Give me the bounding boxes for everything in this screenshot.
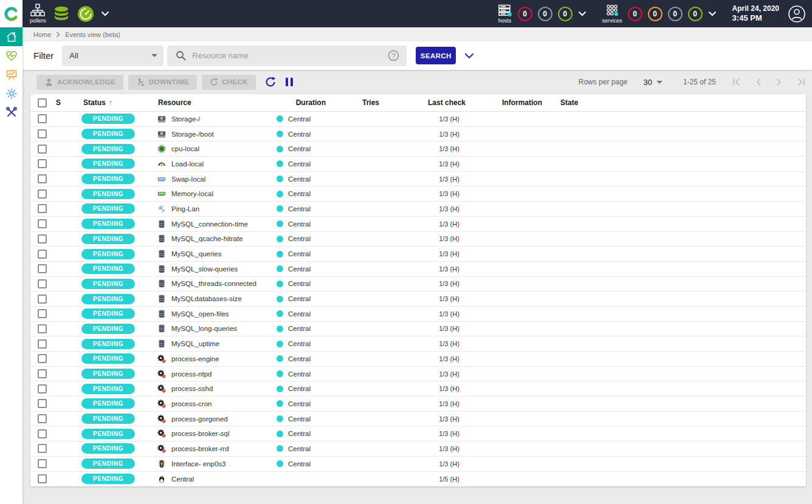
- resource-cell[interactable]: process-cron: [154, 400, 274, 408]
- acknowledge-button[interactable]: ACKNOWLEDGE: [36, 75, 123, 90]
- sidebar-item-configuration[interactable]: [0, 84, 22, 103]
- services-critical-counter[interactable]: 0: [628, 7, 642, 21]
- row-checkbox[interactable]: [38, 414, 47, 423]
- resource-cell[interactable]: Ping-Lan: [154, 205, 274, 213]
- parent-cell[interactable]: Central: [274, 340, 332, 347]
- select-all-checkbox[interactable]: [38, 98, 47, 107]
- row-checkbox[interactable]: [38, 234, 47, 243]
- services-menu[interactable]: services: [602, 4, 622, 24]
- sidebar-item-home[interactable]: [0, 27, 22, 46]
- filter-select[interactable]: All: [62, 46, 163, 66]
- row-checkbox[interactable]: [38, 384, 47, 393]
- row-checkbox[interactable]: [38, 114, 47, 123]
- row-checkbox[interactable]: [38, 279, 47, 288]
- column-header-information[interactable]: Information: [489, 98, 556, 107]
- table-row[interactable]: PENDING Swap-local Central 1/3 (H): [30, 172, 806, 187]
- parent-cell[interactable]: Central: [274, 190, 332, 197]
- table-row[interactable]: PENDING Storage-/boot Central 1/3 (H): [30, 127, 806, 142]
- pause-autorefresh-button[interactable]: [285, 77, 294, 87]
- resource-cell[interactable]: MySQL_uptime: [154, 339, 274, 348]
- table-row[interactable]: PENDING process-sshd Central 1/3 (H): [30, 381, 806, 397]
- resource-cell[interactable]: Storage-/: [154, 115, 274, 123]
- resource-cell[interactable]: cpu-local: [154, 145, 274, 153]
- hosts-chevron-down-icon[interactable]: [578, 11, 587, 16]
- check-button[interactable]: CHECK: [202, 75, 255, 90]
- previous-page-button[interactable]: [755, 78, 762, 86]
- resource-cell[interactable]: Central: [154, 475, 274, 483]
- row-checkbox[interactable]: [38, 474, 47, 483]
- resource-cell[interactable]: process-broker-sql: [154, 429, 274, 438]
- sidebar-item-administration[interactable]: [0, 103, 22, 121]
- filter-expand-chevron-icon[interactable]: [464, 53, 474, 59]
- resource-cell[interactable]: MySQLdatabases-size: [154, 295, 274, 303]
- parent-cell[interactable]: Central: [274, 131, 332, 138]
- row-checkbox[interactable]: [38, 219, 47, 228]
- table-row[interactable]: PENDING process-gorgoned Central 1/3 (H): [30, 412, 806, 427]
- table-row[interactable]: PENDING MySQL_uptime Central 1/3 (H): [30, 336, 806, 352]
- table-row[interactable]: PENDING process-cron Central 1/3 (H): [30, 397, 806, 412]
- row-checkbox[interactable]: [38, 159, 47, 168]
- table-row[interactable]: PENDING Central 1/5 (H): [30, 472, 806, 487]
- row-checkbox[interactable]: [38, 324, 47, 333]
- hosts-unreachable-counter[interactable]: 0: [538, 7, 552, 21]
- resource-cell[interactable]: Storage-/boot: [154, 130, 274, 138]
- row-checkbox[interactable]: [38, 145, 47, 154]
- hosts-menu[interactable]: hosts: [498, 4, 512, 24]
- row-checkbox[interactable]: [38, 250, 47, 259]
- resource-cell[interactable]: MySQL_threads-connected: [154, 279, 274, 288]
- table-row[interactable]: PENDING Interface- enp0s3 Central 1/3 (H…: [30, 457, 806, 472]
- search-button[interactable]: SEARCH: [416, 47, 456, 64]
- resource-cell[interactable]: Swap-local: [154, 175, 274, 183]
- column-header-severity[interactable]: S: [53, 98, 69, 107]
- table-row[interactable]: PENDING process-ntpd Central 1/3 (H): [30, 367, 806, 382]
- resource-cell[interactable]: MySQL_queries: [154, 250, 274, 258]
- last-page-button[interactable]: [796, 78, 806, 86]
- parent-cell[interactable]: Central: [274, 205, 332, 213]
- services-warning-counter[interactable]: 0: [648, 7, 662, 21]
- resource-cell[interactable]: MySQL_long-queries: [154, 324, 274, 333]
- column-header-resource[interactable]: Resource: [154, 98, 274, 107]
- row-checkbox[interactable]: [38, 174, 47, 183]
- search-help-icon[interactable]: ?: [388, 50, 399, 61]
- resource-cell[interactable]: Interface- enp0s3: [154, 460, 274, 468]
- table-row[interactable]: PENDING process-broker-sql Central 1/3 (…: [30, 426, 806, 441]
- row-checkbox[interactable]: [38, 309, 47, 318]
- services-ok-counter[interactable]: 0: [688, 7, 703, 21]
- row-checkbox[interactable]: [38, 295, 47, 304]
- row-checkbox[interactable]: [38, 399, 47, 408]
- row-checkbox[interactable]: [38, 189, 47, 199]
- table-row[interactable]: PENDING MySQL_open-files Central 1/3 (H): [30, 307, 806, 322]
- rows-per-page-select[interactable]: 30: [643, 78, 662, 87]
- parent-cell[interactable]: Central: [274, 295, 332, 302]
- resource-cell[interactable]: process-broker-rrd: [154, 444, 274, 453]
- table-row[interactable]: PENDING cpu-local Central 1/3 (H): [30, 141, 806, 157]
- table-row[interactable]: PENDING MySQL_connection-time Central 1/…: [30, 217, 806, 232]
- parent-cell[interactable]: Central: [274, 370, 332, 378]
- column-header-tries[interactable]: Tries: [332, 98, 410, 107]
- next-page-button[interactable]: [776, 78, 783, 86]
- parent-cell[interactable]: Central: [274, 250, 332, 257]
- parent-cell[interactable]: Central: [274, 115, 332, 123]
- column-header-duration[interactable]: Duration: [274, 98, 332, 107]
- table-row[interactable]: PENDING MySQL_qcache-hitrate Central 1/3…: [30, 232, 806, 247]
- row-checkbox[interactable]: [38, 264, 47, 273]
- parent-cell[interactable]: Central: [274, 400, 332, 407]
- parent-cell[interactable]: Central: [274, 310, 332, 318]
- resource-cell[interactable]: Memory-local: [154, 189, 274, 198]
- table-row[interactable]: PENDING MySQL_slow-queries Central 1/3 (…: [30, 262, 806, 277]
- table-row[interactable]: PENDING Storage-/ Central 1/3 (H): [30, 112, 806, 127]
- hosts-down-counter[interactable]: 0: [518, 7, 532, 21]
- table-row[interactable]: PENDING Load-local Central 1/3 (H): [30, 157, 806, 172]
- parent-cell[interactable]: Central: [274, 175, 332, 183]
- row-checkbox[interactable]: [38, 459, 47, 468]
- resource-cell[interactable]: MySQL_open-files: [154, 310, 274, 318]
- first-page-button[interactable]: [732, 78, 741, 86]
- parent-cell[interactable]: Central: [274, 415, 332, 423]
- parent-cell[interactable]: Central: [274, 265, 332, 273]
- column-header-last-check[interactable]: Last check: [410, 98, 489, 107]
- table-row[interactable]: PENDING process-broker-rrd Central 1/3 (…: [30, 441, 806, 457]
- table-row[interactable]: PENDING MySQL_threads-connected Central …: [30, 277, 806, 292]
- parent-cell[interactable]: Central: [274, 385, 332, 392]
- table-row[interactable]: PENDING process-engine Central 1/3 (H): [30, 352, 806, 367]
- resource-cell[interactable]: process-gorgoned: [154, 415, 274, 423]
